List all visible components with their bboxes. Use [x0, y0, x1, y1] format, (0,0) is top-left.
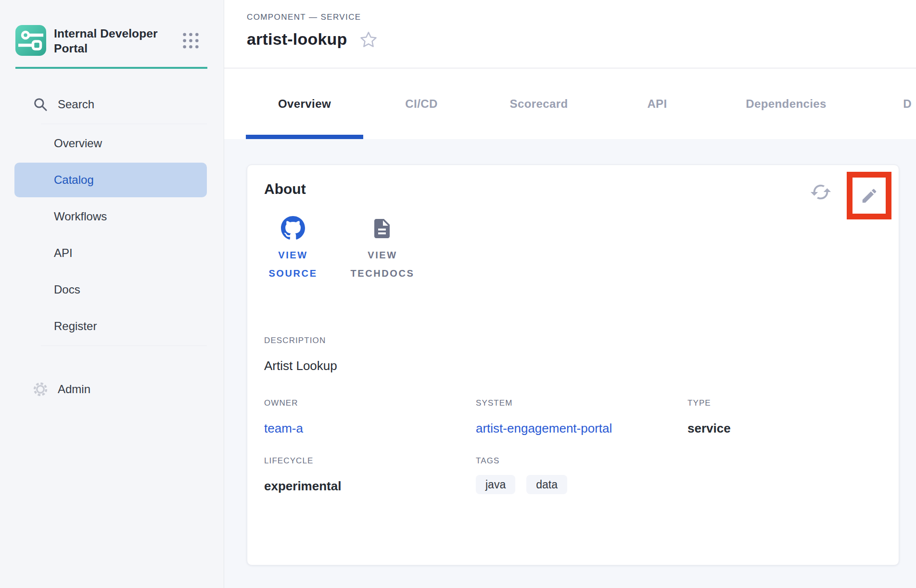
- field-value: experimental: [264, 478, 476, 494]
- field-lifecycle: LIFECYCLE experimental: [264, 456, 476, 494]
- sidebar-item-label: API: [54, 246, 73, 260]
- field-label: SYSTEM: [476, 398, 687, 409]
- field-label: DESCRIPTION: [264, 335, 882, 346]
- sidebar-item-search[interactable]: Search: [0, 86, 224, 123]
- app-title: Internal Developer Portal: [54, 26, 174, 56]
- entity-tabs: Overview CI/CD Scorecard API Dependencie…: [224, 68, 916, 139]
- field-value: service: [687, 420, 882, 436]
- star-icon: [360, 42, 377, 50]
- search-icon: [33, 97, 48, 112]
- sidebar-nav: Search Overview Catalog Workflows API Do…: [0, 69, 224, 408]
- page-title: artist-lookup: [247, 30, 347, 49]
- entity-links: VIEWSOURCE VIEWTECHDOCS: [264, 216, 882, 282]
- annotation-box: [847, 172, 891, 219]
- gear-icon: [33, 382, 48, 397]
- sidebar-item-docs[interactable]: Docs: [0, 271, 224, 308]
- app-logo-icon: [15, 25, 46, 56]
- tab-dependencies[interactable]: Dependencies: [716, 68, 856, 139]
- sidebar-item-label: Workflows: [54, 210, 107, 223]
- sidebar-item-label: Overview: [54, 137, 102, 150]
- about-card: About: [247, 165, 899, 565]
- edit-icon: [860, 199, 878, 206]
- field-value: Artist Lookup: [264, 358, 882, 374]
- about-card-title: About: [264, 179, 882, 199]
- field-label: LIFECYCLE: [264, 456, 476, 466]
- field-label: TYPE: [687, 398, 882, 409]
- tab-ci-cd[interactable]: CI/CD: [363, 68, 480, 139]
- about-fields-grid: OWNER team-a SYSTEM artist-engagement-po…: [264, 398, 882, 494]
- sidebar-item-admin[interactable]: Admin: [0, 371, 224, 408]
- active-tab-underline: [246, 135, 363, 139]
- sidebar-divider: [41, 124, 207, 124]
- sidebar-spacer: [0, 347, 224, 371]
- edit-button[interactable]: [860, 187, 878, 205]
- breadcrumb: COMPONENT — SERVICE: [247, 13, 916, 22]
- sidebar-header: Internal Developer Portal: [0, 0, 224, 69]
- field-owner: OWNER team-a: [264, 398, 476, 436]
- view-source-link[interactable]: VIEWSOURCE: [264, 216, 322, 282]
- favorite-button[interactable]: [360, 31, 377, 48]
- system-link[interactable]: artist-engagement-portal: [476, 420, 612, 436]
- sidebar-item-register[interactable]: Register: [0, 308, 224, 345]
- tab-api[interactable]: API: [598, 68, 716, 139]
- sidebar-item-label: Docs: [54, 283, 80, 296]
- field-system: SYSTEM artist-engagement-portal: [476, 398, 687, 436]
- sidebar-item-overview[interactable]: Overview: [0, 125, 224, 162]
- refresh-icon: [810, 197, 832, 205]
- refresh-button[interactable]: [810, 181, 832, 203]
- sidebar-divider: [41, 345, 207, 346]
- sidebar-item-label: Register: [54, 320, 97, 333]
- document-icon: [370, 216, 394, 240]
- tab-overview[interactable]: Overview: [246, 68, 363, 139]
- tab-content: About: [224, 139, 916, 588]
- app-root: Internal Developer Portal Search: [0, 0, 916, 588]
- sidebar-item-label: Search: [58, 98, 94, 111]
- field-label: TAGS: [476, 456, 687, 466]
- sidebar: Internal Developer Portal Search: [0, 0, 224, 588]
- tab-docs-partial[interactable]: D: [856, 68, 916, 139]
- main-area: COMPONENT — SERVICE artist-lookup Overvi…: [224, 0, 916, 588]
- view-techdocs-link[interactable]: VIEWTECHDOCS: [339, 216, 426, 282]
- field-type: TYPE service: [687, 398, 882, 436]
- field-description: DESCRIPTION Artist Lookup: [264, 335, 882, 374]
- github-icon: [281, 216, 305, 240]
- field-tags: TAGS java data: [476, 456, 687, 494]
- tag-chip[interactable]: data: [526, 475, 567, 494]
- owner-link[interactable]: team-a: [264, 420, 303, 436]
- tag-chip[interactable]: java: [476, 475, 515, 494]
- field-label: OWNER: [264, 398, 476, 409]
- entity-header: COMPONENT — SERVICE artist-lookup: [224, 0, 916, 68]
- sidebar-accent-rule: [15, 67, 207, 69]
- sidebar-item-workflows[interactable]: Workflows: [0, 198, 224, 235]
- sidebar-item-label: Admin: [58, 383, 90, 396]
- tab-scorecard[interactable]: Scorecard: [480, 68, 598, 139]
- sidebar-item-label: Catalog: [54, 173, 94, 187]
- apps-grid-icon[interactable]: [182, 32, 199, 49]
- sidebar-item-api[interactable]: API: [0, 235, 224, 271]
- sidebar-item-catalog[interactable]: Catalog: [14, 163, 207, 197]
